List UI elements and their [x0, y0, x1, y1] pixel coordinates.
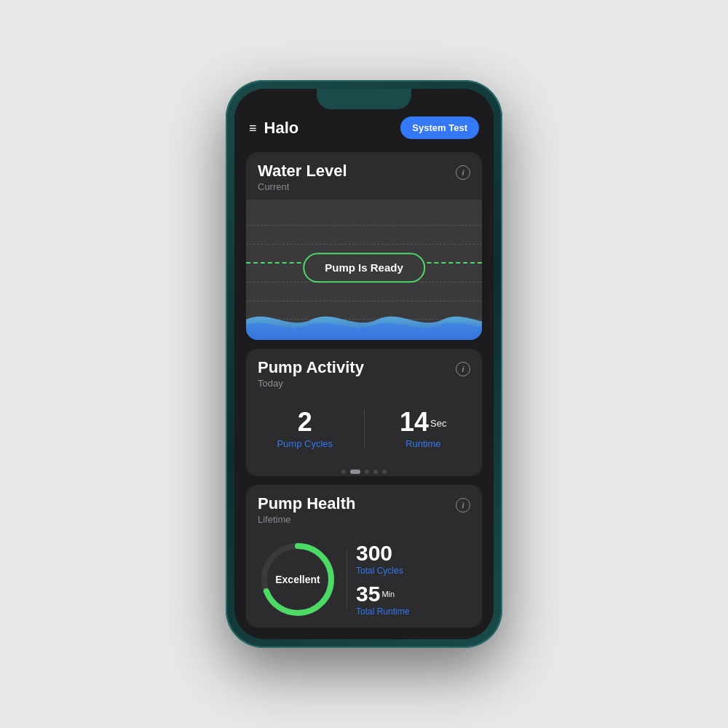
- pump-activity-title-group: Pump Activity Today: [258, 359, 364, 389]
- pump-health-content: Excellent 300 Total Cycles: [246, 532, 482, 628]
- total-cycles-stat: 300 Total Cycles: [356, 542, 470, 576]
- notch: [317, 89, 411, 109]
- dot-1: [341, 470, 346, 474]
- total-cycles-value: 300: [356, 541, 392, 565]
- runtime-stat: 14Sec Runtime: [365, 403, 483, 455]
- menu-icon[interactable]: ≡: [249, 122, 257, 135]
- pump-activity-card: Pump Activity Today i 2 Pump Cycles: [246, 349, 482, 476]
- app-title: Halo: [264, 119, 299, 138]
- health-divider: [347, 550, 347, 609]
- total-runtime-value-row: 35Min: [356, 583, 470, 605]
- total-cycles-label: Total Cycles: [356, 566, 470, 576]
- total-cycles-value-row: 300: [356, 542, 470, 564]
- water-level-title: Water Level: [258, 162, 347, 180]
- water-wave: [246, 305, 482, 340]
- dot-5: [382, 470, 387, 474]
- pump-activity-stats: 2 Pump Cycles 14Sec Runtime: [246, 396, 482, 467]
- dashed-line-1: [246, 225, 482, 226]
- dashed-line-4: [246, 301, 482, 301]
- water-level-card-header: Water Level Current i: [246, 152, 482, 199]
- dot-2-active: [350, 470, 360, 474]
- header-left: ≡ Halo: [249, 119, 298, 138]
- water-level-visual: Pump Is Ready: [246, 199, 482, 340]
- pump-cycles-label: Pump Cycles: [277, 438, 333, 449]
- screen: ≡ Halo System Test Water Level Current i: [234, 89, 494, 639]
- dot-3: [365, 470, 369, 474]
- health-circle-container: Excellent: [258, 539, 338, 620]
- pump-health-subtitle: Lifetime: [258, 514, 355, 525]
- water-level-card: Water Level Current i: [246, 152, 482, 340]
- pump-activity-card-header: Pump Activity Today i: [246, 349, 482, 396]
- system-test-button[interactable]: System Test: [400, 116, 479, 139]
- total-runtime-stat: 35Min Total Runtime: [356, 583, 470, 617]
- scroll-area: Water Level Current i: [234, 146, 494, 639]
- phone-frame: ≡ Halo System Test Water Level Current i: [226, 80, 502, 648]
- pump-health-info-icon[interactable]: i: [456, 498, 470, 513]
- runtime-label: Runtime: [405, 438, 440, 449]
- health-stats: 300 Total Cycles 35Min Total Runtime: [356, 542, 470, 617]
- total-runtime-unit: Min: [381, 590, 395, 598]
- pump-health-card: Pump Health Lifetime i: [246, 485, 482, 628]
- pump-health-title-group: Pump Health Lifetime: [258, 495, 355, 525]
- pump-health-title: Pump Health: [258, 495, 355, 513]
- water-level-title-group: Water Level Current: [258, 162, 347, 192]
- total-runtime-value: 35: [356, 582, 380, 606]
- pump-cycles-stat: 2 Pump Cycles: [246, 403, 364, 455]
- pump-activity-subtitle: Today: [258, 378, 364, 389]
- total-runtime-label: Total Runtime: [356, 606, 470, 617]
- pump-health-card-header: Pump Health Lifetime i: [246, 485, 482, 532]
- dashed-line-2: [246, 244, 482, 245]
- pagination-dots: [246, 467, 482, 476]
- health-circle-label: Excellent: [275, 574, 320, 585]
- runtime-value: 14: [400, 407, 429, 437]
- pump-ready-button[interactable]: Pump Is Ready: [303, 253, 425, 283]
- water-level-subtitle: Current: [258, 181, 347, 192]
- pump-activity-info-icon[interactable]: i: [456, 362, 470, 376]
- pump-activity-title: Pump Activity: [258, 359, 364, 376]
- runtime-value-row: 14Sec: [400, 409, 446, 435]
- water-level-info-icon[interactable]: i: [456, 165, 470, 180]
- runtime-unit: Sec: [430, 418, 446, 429]
- dot-4: [373, 470, 378, 474]
- phone-screen: ≡ Halo System Test Water Level Current i: [234, 89, 494, 639]
- pump-cycles-value: 2: [298, 409, 312, 435]
